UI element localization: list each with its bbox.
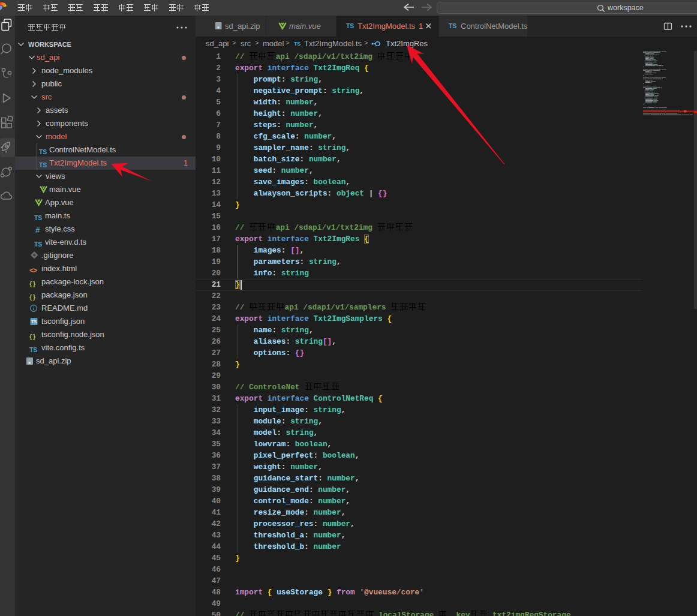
svg-text:TS: TS (31, 319, 37, 324)
